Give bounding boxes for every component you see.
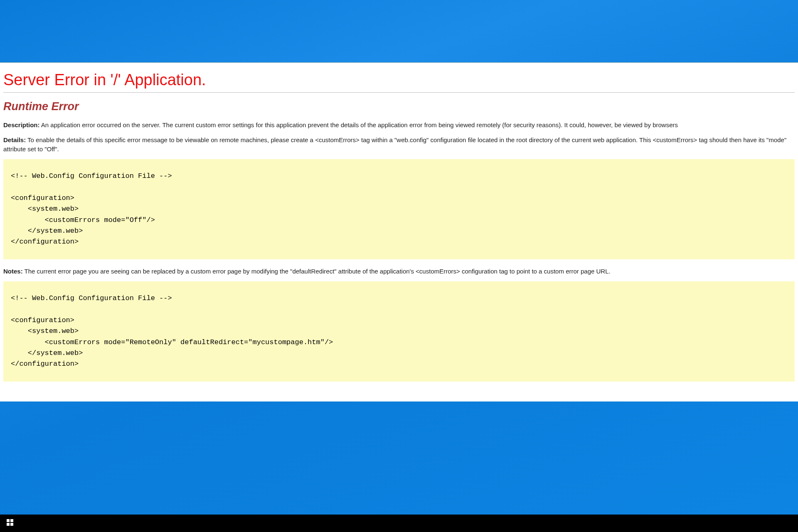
error-subtitle: Runtime Error xyxy=(3,100,798,113)
notes-paragraph: Notes: The current error page you are se… xyxy=(3,267,795,276)
details-text: To enable the details of this specific e… xyxy=(3,136,786,153)
details-paragraph: Details: To enable the details of this s… xyxy=(3,135,795,154)
svg-rect-3 xyxy=(10,523,13,526)
windows-logo-icon xyxy=(7,519,13,527)
error-page-window: Server Error in '/' Application. Runtime… xyxy=(0,62,798,401)
notes-text: The current error page you are seeing ca… xyxy=(23,268,611,275)
description-paragraph: Description: An application error occurr… xyxy=(3,121,795,130)
svg-rect-0 xyxy=(7,519,10,522)
svg-rect-2 xyxy=(7,523,10,526)
page-title: Server Error in '/' Application. xyxy=(3,71,798,89)
details-label: Details: xyxy=(3,136,26,143)
start-button[interactable] xyxy=(0,515,20,532)
desktop-background: Server Error in '/' Application. Runtime… xyxy=(0,0,798,532)
description-text: An application error occurred on the ser… xyxy=(40,121,678,128)
description-label: Description: xyxy=(3,121,40,128)
taskbar[interactable] xyxy=(0,515,798,532)
config-code-block-1: <!-- Web.Config Configuration File --> <… xyxy=(3,159,795,259)
title-divider xyxy=(3,92,795,93)
notes-label: Notes: xyxy=(3,268,23,275)
svg-rect-1 xyxy=(10,519,13,522)
config-code-block-2: <!-- Web.Config Configuration File --> <… xyxy=(3,281,795,381)
